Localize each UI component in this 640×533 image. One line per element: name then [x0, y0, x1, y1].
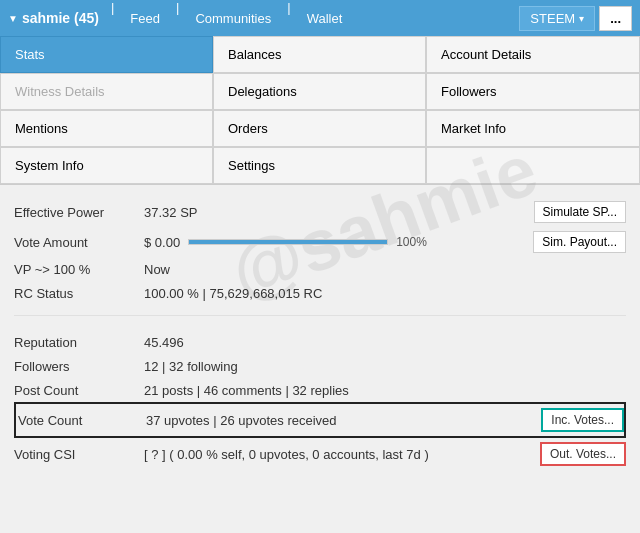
- vote-percent: 100%: [396, 235, 431, 249]
- menu-mentions[interactable]: Mentions: [0, 110, 213, 147]
- inc-votes-button[interactable]: Inc. Votes...: [541, 408, 624, 432]
- menu-balances[interactable]: Balances: [213, 36, 426, 73]
- reputation-label: Reputation: [14, 335, 144, 350]
- vote-count-label: Vote Count: [16, 413, 146, 428]
- vote-bar-fill: [189, 240, 387, 244]
- menu-delegations[interactable]: Delegations: [213, 73, 426, 110]
- post-count-value: 21 posts | 46 comments | 32 replies: [144, 383, 626, 398]
- post-count-row: Post Count 21 posts | 46 comments | 32 r…: [14, 378, 626, 402]
- vote-bar-track: [188, 239, 388, 245]
- separator: |: [283, 0, 294, 36]
- menu-market-info[interactable]: Market Info: [426, 110, 640, 147]
- sim-payout-button[interactable]: Sim. Payout...: [533, 231, 626, 253]
- menu-orders[interactable]: Orders: [213, 110, 426, 147]
- vp-label: VP ~> 100 %: [14, 262, 144, 277]
- vote-amount-row: Vote Amount $ 0.00 100% Sim. Payout...: [14, 227, 626, 257]
- vote-count-row: Vote Count 37 upvotes | 26 upvotes recei…: [14, 402, 626, 438]
- steem-dropdown[interactable]: STEEM ▾: [519, 6, 595, 31]
- followers-row: Followers 12 | 32 following: [14, 354, 626, 378]
- vote-amount-value-group: $ 0.00 100%: [144, 235, 533, 250]
- menu-stats[interactable]: Stats: [0, 36, 213, 73]
- post-count-label: Post Count: [14, 383, 144, 398]
- rc-status-value: 100.00 % | 75,629,668,015 RC: [144, 286, 626, 301]
- reputation-value: 45.496: [144, 335, 626, 350]
- voting-csi-label: Voting CSI: [14, 447, 144, 462]
- nav-wallet[interactable]: Wallet: [295, 0, 355, 36]
- separator: |: [172, 0, 183, 36]
- more-button[interactable]: ...: [599, 6, 632, 31]
- followers-value: 12 | 32 following: [144, 359, 626, 374]
- menu-system-info[interactable]: System Info: [0, 147, 213, 184]
- vp-row: VP ~> 100 % Now: [14, 257, 626, 281]
- vp-value: Now: [144, 262, 626, 277]
- voting-csi-actions: Out. Votes...: [540, 442, 626, 466]
- menu-empty: [426, 147, 640, 184]
- steem-arrow-icon: ▾: [579, 13, 584, 24]
- dropdown-arrow-icon: ▼: [8, 13, 18, 24]
- effective-power-row: Effective Power 37.32 SP Simulate SP...: [14, 197, 626, 227]
- voting-csi-row: Voting CSI [ ? ] ( 0.00 % self, 0 upvote…: [14, 438, 626, 470]
- effective-power-value: 37.32 SP: [144, 205, 534, 220]
- menu-grid: Stats Balances Account Details Witness D…: [0, 36, 640, 185]
- separator: |: [107, 0, 118, 36]
- vote-amount-actions: Sim. Payout...: [533, 231, 626, 253]
- effective-power-label: Effective Power: [14, 205, 144, 220]
- top-nav: ▼ sahmie (45) | Feed | Communities | Wal…: [0, 0, 640, 36]
- top-nav-right: STEEM ▾ ...: [519, 6, 632, 31]
- rc-status-row: RC Status 100.00 % | 75,629,668,015 RC: [14, 281, 626, 305]
- vote-count-value: 37 upvotes | 26 upvotes received: [146, 413, 541, 428]
- simulate-sp-button[interactable]: Simulate SP...: [534, 201, 626, 223]
- nav-communities[interactable]: Communities: [183, 0, 283, 36]
- rc-status-label: RC Status: [14, 286, 144, 301]
- vote-amount-value: $ 0.00: [144, 235, 180, 250]
- vote-count-actions: Inc. Votes...: [541, 408, 624, 432]
- brand[interactable]: ▼ sahmie (45): [8, 10, 99, 26]
- reputation-row: Reputation 45.496: [14, 330, 626, 354]
- vote-amount-label: Vote Amount: [14, 235, 144, 250]
- info-section: Reputation 45.496 Followers 12 | 32 foll…: [14, 326, 626, 470]
- nav-feed[interactable]: Feed: [118, 0, 172, 36]
- out-votes-button[interactable]: Out. Votes...: [540, 442, 626, 466]
- content-area: Effective Power 37.32 SP Simulate SP... …: [0, 185, 640, 482]
- brand-label: sahmie (45): [22, 10, 99, 26]
- menu-settings[interactable]: Settings: [213, 147, 426, 184]
- effective-power-actions: Simulate SP...: [534, 201, 626, 223]
- menu-account-details[interactable]: Account Details: [426, 36, 640, 73]
- stats-section: Effective Power 37.32 SP Simulate SP... …: [14, 197, 626, 316]
- nav-links: | Feed | Communities | Wallet: [107, 0, 519, 36]
- menu-witness-details: Witness Details: [0, 73, 213, 110]
- menu-followers[interactable]: Followers: [426, 73, 640, 110]
- followers-label: Followers: [14, 359, 144, 374]
- voting-csi-value: [ ? ] ( 0.00 % self, 0 upvotes, 0 accoun…: [144, 447, 540, 462]
- steem-label: STEEM: [530, 11, 575, 26]
